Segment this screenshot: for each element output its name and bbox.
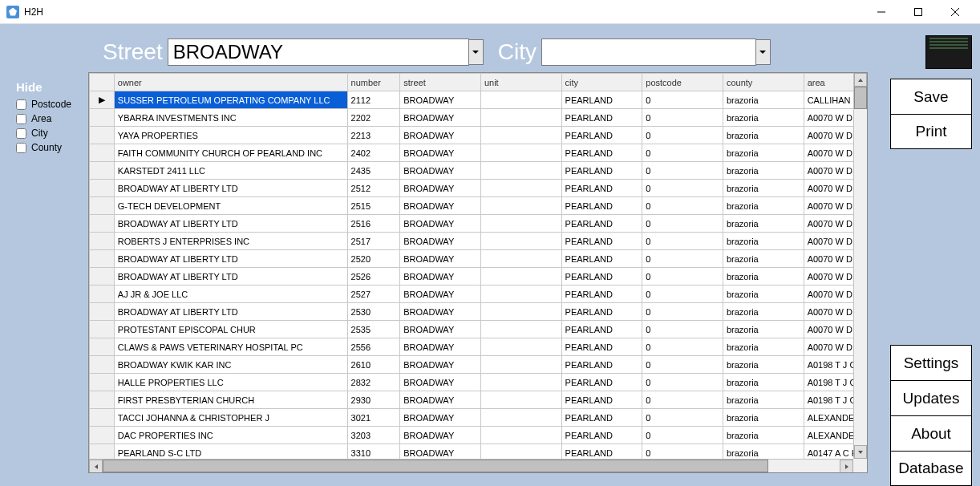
settings-button[interactable]: Settings: [890, 345, 972, 380]
cell-city[interactable]: PEARLAND: [561, 109, 642, 127]
scroll-down-button[interactable]: [854, 445, 867, 459]
cell-city[interactable]: PEARLAND: [561, 338, 642, 356]
table-row[interactable]: BROADWAY KWIK KAR INC2610BROADWAYPEARLAN…: [90, 356, 867, 374]
cell-city[interactable]: PEARLAND: [561, 250, 642, 268]
cell-county[interactable]: brazoria: [723, 162, 804, 180]
row-header[interactable]: ▶: [90, 91, 115, 109]
cell-unit[interactable]: [480, 144, 561, 162]
column-header-postcode[interactable]: postcode: [642, 74, 723, 91]
cell-street[interactable]: BROADWAY: [400, 356, 481, 374]
cell-city[interactable]: PEARLAND: [561, 374, 642, 391]
table-row[interactable]: ROBERTS J ENTERPRISES INC2517BROADWAYPEA…: [90, 233, 867, 250]
cell-street[interactable]: BROADWAY: [400, 144, 481, 162]
hide-checkbox-input-postcode[interactable]: [16, 99, 26, 110]
vertical-scroll-thumb[interactable]: [854, 87, 867, 109]
table-row[interactable]: G-TECH DEVELOPMENT2515BROADWAYPEARLAND0b…: [90, 197, 867, 215]
table-row[interactable]: BROADWAY AT LIBERTY LTD2512BROADWAYPEARL…: [90, 180, 867, 197]
cell-county[interactable]: brazoria: [723, 338, 804, 356]
cell-city[interactable]: PEARLAND: [561, 427, 642, 444]
row-header[interactable]: [90, 321, 115, 338]
cell-street[interactable]: BROADWAY: [400, 197, 481, 215]
cell-county[interactable]: brazoria: [723, 391, 804, 409]
cell-unit[interactable]: [480, 391, 561, 409]
cell-postcode[interactable]: 0: [642, 409, 723, 427]
cell-postcode[interactable]: 0: [642, 127, 723, 144]
cell-owner[interactable]: BROADWAY AT LIBERTY LTD: [114, 303, 347, 321]
table-row[interactable]: CLAWS & PAWS VETERINARY HOSPITAL PC2556B…: [90, 338, 867, 356]
city-input[interactable]: [541, 38, 756, 66]
cell-number[interactable]: 2535: [347, 321, 400, 338]
cell-street[interactable]: BROADWAY: [400, 391, 481, 409]
cell-county[interactable]: brazoria: [723, 356, 804, 374]
cell-postcode[interactable]: 0: [642, 338, 723, 356]
cell-unit[interactable]: [480, 409, 561, 427]
cell-number[interactable]: 2112: [347, 91, 400, 109]
row-header[interactable]: [90, 127, 115, 144]
scroll-right-button[interactable]: [840, 460, 853, 473]
cell-county[interactable]: brazoria: [723, 303, 804, 321]
cell-postcode[interactable]: 0: [642, 356, 723, 374]
column-header-city[interactable]: city: [561, 74, 642, 91]
table-row[interactable]: YAYA PROPERTIES2213BROADWAYPEARLAND0braz…: [90, 127, 867, 144]
cell-number[interactable]: 2517: [347, 233, 400, 250]
cell-owner[interactable]: DAC PROPERTIES INC: [114, 427, 347, 444]
cell-county[interactable]: brazoria: [723, 91, 804, 109]
cell-city[interactable]: PEARLAND: [561, 197, 642, 215]
table-row[interactable]: BROADWAY AT LIBERTY LTD2520BROADWAYPEARL…: [90, 250, 867, 268]
close-button[interactable]: [937, 0, 974, 24]
street-dropdown-button[interactable]: [469, 39, 484, 65]
cell-county[interactable]: brazoria: [723, 321, 804, 338]
cell-postcode[interactable]: 0: [642, 268, 723, 286]
cell-owner[interactable]: BROADWAY AT LIBERTY LTD: [114, 215, 347, 233]
cell-number[interactable]: 2516: [347, 215, 400, 233]
cell-owner[interactable]: HALLE PROPERTIES LLC: [114, 374, 347, 391]
cell-unit[interactable]: [480, 286, 561, 303]
cell-unit[interactable]: [480, 356, 561, 374]
row-header[interactable]: [90, 286, 115, 303]
minimize-button[interactable]: [863, 0, 900, 24]
cell-street[interactable]: BROADWAY: [400, 409, 481, 427]
cell-postcode[interactable]: 0: [642, 303, 723, 321]
cell-unit[interactable]: [480, 233, 561, 250]
row-header[interactable]: [90, 162, 115, 180]
cell-number[interactable]: 2520: [347, 250, 400, 268]
cell-unit[interactable]: [480, 338, 561, 356]
cell-owner[interactable]: BROADWAY AT LIBERTY LTD: [114, 268, 347, 286]
hide-checkbox-area[interactable]: Area: [16, 113, 88, 124]
cell-owner[interactable]: BROADWAY KWIK KAR INC: [114, 356, 347, 374]
row-selector-header[interactable]: [90, 74, 115, 91]
cell-number[interactable]: 2930: [347, 391, 400, 409]
cell-street[interactable]: BROADWAY: [400, 250, 481, 268]
table-row[interactable]: FAITH COMMUNITY CHURCH OF PEARLAND INC24…: [90, 144, 867, 162]
cell-city[interactable]: PEARLAND: [561, 127, 642, 144]
cell-unit[interactable]: [480, 215, 561, 233]
table-row[interactable]: FIRST PRESBYTERIAN CHURCH2930BROADWAYPEA…: [90, 391, 867, 409]
cell-city[interactable]: PEARLAND: [561, 356, 642, 374]
cell-county[interactable]: brazoria: [723, 409, 804, 427]
hide-checkbox-input-area[interactable]: [16, 114, 26, 124]
cell-owner[interactable]: SUSSER PETROLEUM OPERATING COMPANY LLC: [114, 91, 347, 109]
row-header[interactable]: [90, 374, 115, 391]
cell-street[interactable]: BROADWAY: [400, 91, 481, 109]
cell-city[interactable]: PEARLAND: [561, 268, 642, 286]
table-row[interactable]: AJ JR & JOE LLC2527BROADWAYPEARLAND0braz…: [90, 286, 867, 303]
print-button[interactable]: Print: [890, 114, 972, 149]
row-header[interactable]: [90, 409, 115, 427]
table-row[interactable]: KARSTEDT 2411 LLC2435BROADWAYPEARLAND0br…: [90, 162, 867, 180]
cell-unit[interactable]: [480, 127, 561, 144]
table-row[interactable]: PROTESTANT EPISCOPAL CHUR2535BROADWAYPEA…: [90, 321, 867, 338]
cell-owner[interactable]: BROADWAY AT LIBERTY LTD: [114, 250, 347, 268]
save-button[interactable]: Save: [890, 79, 972, 114]
cell-unit[interactable]: [480, 91, 561, 109]
column-header-unit[interactable]: unit: [480, 74, 561, 91]
row-header[interactable]: [90, 268, 115, 286]
data-grid[interactable]: ownernumberstreetunitcitypostcodecountya…: [88, 72, 868, 473]
cell-owner[interactable]: G-TECH DEVELOPMENT: [114, 197, 347, 215]
cell-street[interactable]: BROADWAY: [400, 233, 481, 250]
cell-postcode[interactable]: 0: [642, 374, 723, 391]
cell-postcode[interactable]: 0: [642, 321, 723, 338]
row-header[interactable]: [90, 391, 115, 409]
cell-unit[interactable]: [480, 180, 561, 197]
cell-city[interactable]: PEARLAND: [561, 391, 642, 409]
cell-county[interactable]: brazoria: [723, 197, 804, 215]
